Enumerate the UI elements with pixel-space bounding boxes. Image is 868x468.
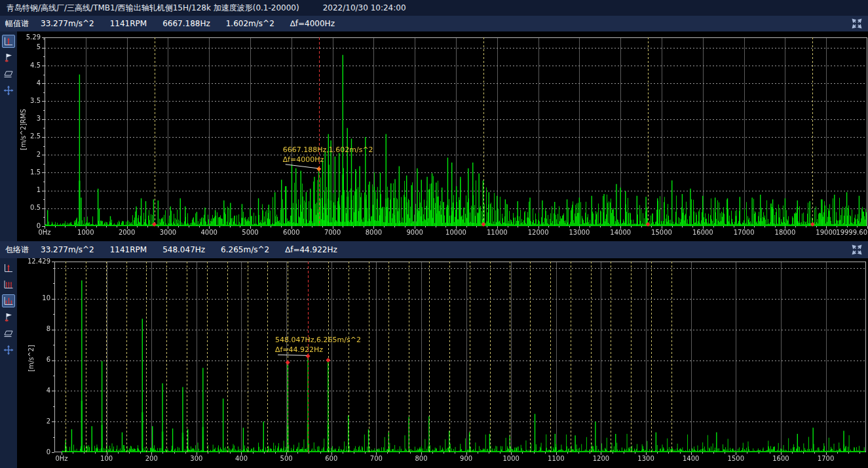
title-bar: 青岛特钢/高线厂/三高线/TMB1/西输出轴轧机侧15H/128k 加速度波形(… — [0, 0, 868, 16]
rpm-value: 1141RPM — [110, 19, 147, 28]
rpm-value: 1141RPM — [110, 245, 147, 254]
cursor-amplitude-value: 6.265m/s^2 — [221, 245, 269, 254]
delta-f-value: ∆f=44.922Hz — [285, 245, 337, 254]
amplitude-chart-area: [m/s^2]RMS — [17, 31, 868, 241]
amplitude-spectrum-panel: [m/s^2]RMS — [0, 31, 868, 241]
cursor-frequency-value: 6667.188Hz — [162, 19, 210, 28]
cursor-amplitude-value: 1.602m/s^2 — [226, 19, 274, 28]
expand-icon — [851, 18, 863, 29]
envelope-spectrum-chart[interactable] — [17, 258, 868, 468]
pan-icon — [3, 85, 14, 96]
single-cursor-icon — [3, 263, 14, 273]
expand-button[interactable] — [851, 244, 863, 256]
screen-icon — [3, 69, 14, 79]
expand-button[interactable] — [851, 18, 863, 29]
amplitude-y-axis-label: [m/s^2]RMS — [20, 109, 27, 150]
screen-tool-button[interactable] — [2, 68, 15, 81]
delta-f-value: ∆f=4000Hz — [290, 19, 335, 28]
flag-icon — [3, 312, 14, 322]
overall-value: 33.277m/s^2 — [41, 19, 94, 28]
flag-tool-button[interactable] — [2, 311, 15, 324]
measurement-datetime: 2022/10/30 10:24:00 — [323, 3, 406, 12]
amplitude-spectrum-info-bar: 幅值谱 33.277m/s^2 1141RPM 6667.188Hz 1.602… — [0, 16, 868, 31]
harmonic-cursor-icon — [3, 279, 14, 290]
envelope-chart-area: [m/s^2] — [17, 258, 868, 468]
harmonic-cursor-tool-button[interactable] — [2, 278, 15, 291]
spectrum-type-label: 幅值谱 — [5, 18, 29, 29]
amplitude-toolbar — [0, 31, 17, 241]
single-cursor-icon — [3, 36, 14, 47]
screen-icon — [3, 328, 14, 339]
spectrum-type-label: 包络谱 — [5, 244, 29, 256]
envelope-y-axis-label: [m/s^2] — [28, 345, 35, 372]
envelope-toolbar — [0, 258, 17, 468]
envelope-spectrum-info-bar: 包络谱 33.277m/s^2 1141RPM 548.047Hz 6.265m… — [0, 241, 868, 258]
expand-icon — [851, 244, 863, 256]
screen-tool-button[interactable] — [2, 327, 15, 340]
pan-tool-button[interactable] — [2, 343, 15, 357]
overall-value: 33.277m/s^2 — [41, 245, 94, 254]
sideband-cursor-icon — [3, 296, 14, 306]
flag-icon — [3, 52, 14, 63]
measurement-path: 青岛特钢/高线厂/三高线/TMB1/西输出轴轧机侧15H/128k 加速度波形(… — [7, 3, 299, 14]
sideband-cursor-tool-button[interactable] — [2, 294, 15, 307]
pan-tool-button[interactable] — [2, 84, 15, 97]
pan-icon — [3, 345, 14, 355]
single-cursor-tool-button[interactable] — [2, 35, 15, 48]
cursor-frequency-value: 548.047Hz — [162, 245, 205, 254]
flag-tool-button[interactable] — [2, 51, 15, 64]
single-cursor-tool-button[interactable] — [2, 262, 15, 275]
amplitude-spectrum-chart[interactable] — [17, 31, 868, 241]
vibration-analysis-window: 青岛特钢/高线厂/三高线/TMB1/西输出轴轧机侧15H/128k 加速度波形(… — [0, 0, 868, 468]
envelope-spectrum-panel: [m/s^2] — [0, 258, 868, 468]
